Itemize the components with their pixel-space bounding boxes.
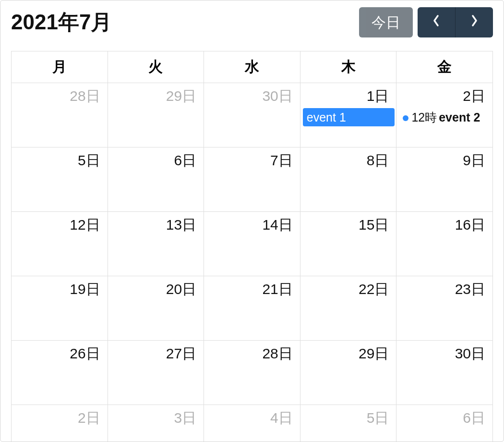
day-number: 8日 bbox=[301, 148, 396, 171]
calendar-grid: 月火水木金 28日29日30日1日event 12日12時event 25日6日… bbox=[11, 51, 493, 442]
day-number: 28日 bbox=[12, 84, 107, 106]
day-number: 29日 bbox=[108, 84, 204, 106]
nav-button-group bbox=[418, 7, 493, 37]
day-cell[interactable]: 3日 bbox=[108, 405, 204, 442]
day-cell[interactable]: 26日 bbox=[12, 341, 108, 405]
day-number: 27日 bbox=[108, 341, 204, 364]
day-cell[interactable]: 29日 bbox=[300, 341, 396, 405]
day-cell[interactable]: 14日 bbox=[204, 212, 300, 276]
day-cell[interactable]: 5日 bbox=[12, 147, 108, 212]
day-cell[interactable]: 13日 bbox=[108, 212, 204, 276]
day-cell[interactable]: 5日 bbox=[300, 405, 396, 442]
day-number: 15日 bbox=[301, 212, 396, 235]
day-cell[interactable]: 9日 bbox=[396, 147, 493, 212]
page-title: 2021年7月 bbox=[11, 8, 112, 37]
day-number: 23日 bbox=[397, 277, 492, 299]
day-number: 1日 bbox=[301, 84, 396, 106]
calendar-event[interactable]: event 1 bbox=[303, 108, 395, 126]
day-header: 木 bbox=[300, 51, 396, 83]
event-title: event 2 bbox=[439, 110, 480, 124]
day-header: 火 bbox=[108, 51, 204, 83]
today-button[interactable]: 今日 bbox=[359, 7, 413, 37]
day-number: 30日 bbox=[204, 84, 300, 106]
day-cell[interactable]: 28日 bbox=[12, 83, 108, 147]
day-header: 水 bbox=[204, 51, 300, 83]
event-time: 12時 bbox=[411, 110, 437, 124]
day-cell[interactable]: 21日 bbox=[204, 276, 300, 341]
toolbar: 2021年7月 今日 bbox=[0, 0, 504, 42]
day-cell[interactable]: 2日 bbox=[12, 405, 108, 442]
chevron-right-icon bbox=[470, 14, 479, 31]
toolbar-buttons: 今日 bbox=[359, 7, 493, 37]
day-number: 5日 bbox=[12, 148, 107, 171]
day-cell[interactable]: 6日 bbox=[396, 405, 493, 442]
day-cell[interactable]: 1日event 1 bbox=[300, 83, 396, 147]
calendar-card: 2021年7月 今日 月火水木金 28日29日30日1日event 12日12時 bbox=[0, 0, 504, 442]
calendar-event[interactable]: 12時event 2 bbox=[399, 108, 491, 126]
day-number: 20日 bbox=[108, 277, 204, 299]
day-cell[interactable]: 29日 bbox=[108, 83, 204, 147]
day-number: 12日 bbox=[12, 212, 107, 235]
day-cell[interactable]: 12日 bbox=[12, 212, 108, 276]
day-number: 26日 bbox=[12, 341, 107, 364]
day-cell[interactable]: 22日 bbox=[300, 276, 396, 341]
chevron-left-icon bbox=[432, 14, 441, 31]
day-cell[interactable]: 16日 bbox=[396, 212, 493, 276]
day-cell[interactable]: 6日 bbox=[108, 147, 204, 212]
day-number: 7日 bbox=[204, 148, 300, 171]
day-cell[interactable]: 4日 bbox=[204, 405, 300, 442]
calendar-scroll[interactable]: 月火水木金 28日29日30日1日event 12日12時event 25日6日… bbox=[11, 51, 493, 442]
day-cell[interactable]: 20日 bbox=[108, 276, 204, 341]
day-number: 6日 bbox=[108, 148, 204, 171]
day-header: 月 bbox=[12, 51, 108, 83]
day-cell[interactable]: 23日 bbox=[396, 276, 493, 341]
day-cell[interactable]: 2日12時event 2 bbox=[396, 83, 493, 147]
next-button[interactable] bbox=[456, 7, 493, 37]
day-number: 13日 bbox=[108, 212, 204, 235]
day-number: 30日 bbox=[397, 341, 492, 364]
day-number: 19日 bbox=[12, 277, 107, 299]
day-number: 2日 bbox=[397, 84, 492, 106]
day-header: 金 bbox=[396, 51, 493, 83]
day-number: 14日 bbox=[204, 212, 300, 235]
day-cell[interactable]: 19日 bbox=[12, 276, 108, 341]
day-cell[interactable]: 30日 bbox=[396, 341, 493, 405]
day-number: 28日 bbox=[204, 341, 300, 364]
day-number: 9日 bbox=[397, 148, 492, 171]
day-number: 6日 bbox=[397, 405, 492, 428]
day-cell[interactable]: 28日 bbox=[204, 341, 300, 405]
day-number: 22日 bbox=[301, 277, 396, 299]
day-cell[interactable]: 7日 bbox=[204, 147, 300, 212]
event-title: event 1 bbox=[307, 110, 346, 124]
prev-button[interactable] bbox=[418, 7, 456, 37]
day-number: 2日 bbox=[12, 405, 107, 428]
day-number: 3日 bbox=[108, 405, 204, 428]
day-cell[interactable]: 8日 bbox=[300, 147, 396, 212]
day-cell[interactable]: 15日 bbox=[300, 212, 396, 276]
day-number: 4日 bbox=[204, 405, 300, 428]
day-cell[interactable]: 27日 bbox=[108, 341, 204, 405]
day-number: 16日 bbox=[397, 212, 492, 235]
day-number: 29日 bbox=[301, 341, 396, 364]
day-number: 5日 bbox=[301, 405, 396, 428]
day-cell[interactable]: 30日 bbox=[204, 83, 300, 147]
day-number: 21日 bbox=[204, 277, 300, 299]
